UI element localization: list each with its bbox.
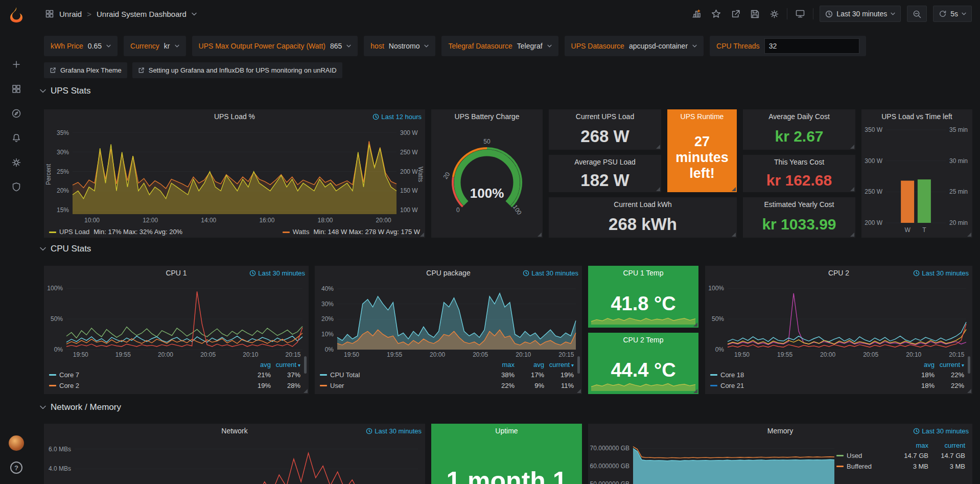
timeseries-chart[interactable]: 40%30%20%10%0%19:5019:5520:0020:0520:102… — [315, 281, 582, 359]
resize-handle[interactable] — [967, 233, 971, 237]
panel-title[interactable]: UPS Runtime — [681, 112, 724, 121]
timeseries-chart[interactable]: 100%50%0%19:5019:5520:0020:0520:1020:15 — [44, 281, 309, 359]
sidebar-item-profile[interactable] — [0, 431, 33, 455]
timeseries-chart[interactable]: 70.000000 GB60.000000 GB50.000000 GB — [588, 439, 838, 484]
panel-title[interactable]: Current UPS Load — [576, 112, 634, 121]
sidebar-item-dashboards[interactable] — [0, 77, 33, 101]
resize-handle[interactable] — [577, 389, 581, 393]
variable-ups-datasource[interactable]: UPS Datasource apcupsd-container — [565, 36, 704, 56]
panel-title[interactable]: Average Daily Cost — [768, 112, 830, 121]
panel-title[interactable]: This Years Cost — [774, 158, 824, 166]
resize-handle[interactable] — [420, 233, 424, 237]
panel-title[interactable]: UPS Battery Charge — [455, 112, 520, 121]
variable-value[interactable]: 0.65 — [88, 42, 102, 50]
series-name[interactable]: Buffered — [847, 463, 872, 470]
legend-col[interactable]: current — [271, 361, 300, 368]
add-panel-button[interactable] — [690, 7, 703, 20]
series-name[interactable]: UPS Load — [59, 228, 89, 236]
timeseries-chart[interactable]: 35%30%25%20%15%300 W250 W200 W150 W100 W… — [44, 125, 425, 224]
panel-title[interactable]: CPU 1 Temp — [623, 269, 663, 277]
variable-kwh-price[interactable]: kWh Price 0.65 — [44, 36, 118, 56]
series-name[interactable]: Core 7 — [59, 371, 79, 379]
series-name[interactable]: Used — [847, 452, 862, 459]
sidebar-item-server-admin[interactable] — [0, 175, 33, 199]
resize-handle[interactable] — [693, 389, 697, 393]
grafana-logo[interactable] — [0, 0, 33, 30]
resize-handle[interactable] — [304, 389, 308, 393]
bar-chart[interactable]: 350 W300 W250 W200 W35 min30 min25 min20… — [861, 125, 972, 234]
star-dashboard-button[interactable] — [709, 7, 722, 20]
variable-value[interactable]: Telegraf — [517, 42, 543, 50]
resize-handle[interactable] — [656, 145, 660, 149]
sidebar-item-explore[interactable] — [0, 101, 33, 126]
series-name[interactable]: Core 18 — [720, 371, 744, 379]
legend-col[interactable]: avg — [515, 361, 544, 368]
dashboard-link-plex-theme[interactable]: Grafana Plex Theme — [44, 62, 127, 78]
panel-title[interactable]: UPS Load vs Time left — [881, 112, 952, 121]
variable-host[interactable]: host Nostromo — [364, 36, 435, 56]
cycle-view-mode-button[interactable] — [794, 7, 807, 20]
panel-title[interactable]: Average PSU Load — [574, 158, 636, 166]
resize-handle[interactable] — [967, 389, 971, 393]
panel-title[interactable]: UPS Load % — [214, 112, 255, 121]
legend-col[interactable]: avg — [905, 361, 935, 368]
resize-handle[interactable] — [693, 322, 697, 327]
legend-scrollbar[interactable] — [968, 356, 970, 374]
legend-col[interactable]: max — [485, 361, 515, 368]
series-name[interactable]: CPU Total — [330, 371, 360, 379]
resize-handle[interactable] — [850, 187, 854, 191]
time-range-picker[interactable]: Last 30 minutes — [820, 6, 901, 22]
section-ups-stats[interactable]: UPS Stats — [40, 86, 90, 96]
variable-value[interactable]: apcupsd-container — [629, 42, 688, 50]
series-name[interactable]: User — [330, 382, 344, 389]
panel-title[interactable]: Uptime — [495, 427, 518, 435]
legend-col[interactable]: avg — [241, 361, 271, 368]
series-name[interactable]: Core 21 — [720, 382, 744, 389]
panel-title[interactable]: Current Load kWh — [614, 200, 672, 209]
panel-title[interactable]: Estimated Yearly Cost — [764, 200, 834, 209]
timeseries-chart[interactable]: 6.0 MBs4.0 MBs2.0 MBs — [44, 439, 425, 484]
legend-col[interactable]: max — [892, 442, 928, 449]
resize-handle[interactable] — [656, 187, 660, 191]
sidebar-item-configuration[interactable] — [0, 150, 33, 175]
sidebar-item-create[interactable] — [0, 52, 33, 77]
resize-handle[interactable] — [732, 233, 736, 237]
share-dashboard-button[interactable] — [729, 7, 742, 20]
dashboard-title[interactable]: Unraid System Dashboard — [97, 10, 186, 18]
breadcrumb-app[interactable]: Unraid — [59, 10, 82, 18]
legend-col[interactable]: current — [935, 361, 964, 368]
panel-title[interactable]: CPU package — [426, 269, 470, 277]
panel-title[interactable]: Network — [221, 427, 247, 435]
variable-value[interactable]: Nostromo — [389, 42, 420, 50]
legend-scrollbar[interactable] — [304, 356, 307, 374]
sidebar-item-help[interactable] — [0, 455, 33, 480]
section-network-memory[interactable]: Network / Memory — [40, 402, 121, 412]
resize-handle[interactable] — [538, 233, 542, 237]
dashboard-settings-button[interactable] — [767, 7, 781, 20]
legend-col[interactable]: current — [544, 361, 574, 368]
dashboard-link-ups-guide[interactable]: Setting up Grafana and InfluxDB for UPS … — [132, 62, 342, 78]
save-dashboard-button[interactable] — [748, 7, 761, 20]
resize-handle[interactable] — [732, 187, 736, 191]
panel-title[interactable]: CPU 2 Temp — [623, 336, 663, 344]
series-name[interactable]: Watts — [293, 228, 310, 236]
variable-value[interactable]: 865 — [330, 42, 342, 50]
timeseries-chart[interactable]: 100%50%0%19:5019:5520:0020:0520:1020:15 — [705, 281, 972, 359]
variable-ups-max-output[interactable]: UPS Max Output Power Capacity (Watt) 865 — [192, 36, 358, 56]
panel-title[interactable]: CPU 1 — [166, 269, 186, 277]
legend-col[interactable]: current — [928, 442, 965, 449]
series-name[interactable]: Core 2 — [59, 382, 79, 389]
variable-currency[interactable]: Currency kr — [124, 36, 185, 56]
panel-title[interactable]: CPU 2 — [828, 269, 849, 277]
cpu-threads-input[interactable] — [764, 38, 859, 54]
section-cpu-stats[interactable]: CPU Stats — [40, 244, 91, 254]
variable-telegraf-datasource[interactable]: Telegraf Datasource Telegraf — [441, 36, 558, 56]
legend-scrollbar[interactable] — [577, 356, 580, 374]
variable-value[interactable]: kr — [164, 42, 170, 50]
zoom-out-button[interactable] — [907, 6, 927, 22]
sidebar-item-alerting[interactable] — [0, 126, 33, 150]
panel-title[interactable]: Memory — [767, 427, 794, 435]
resize-handle[interactable] — [850, 145, 854, 149]
resize-handle[interactable] — [850, 233, 854, 237]
refresh-picker[interactable]: 5s — [933, 6, 972, 22]
